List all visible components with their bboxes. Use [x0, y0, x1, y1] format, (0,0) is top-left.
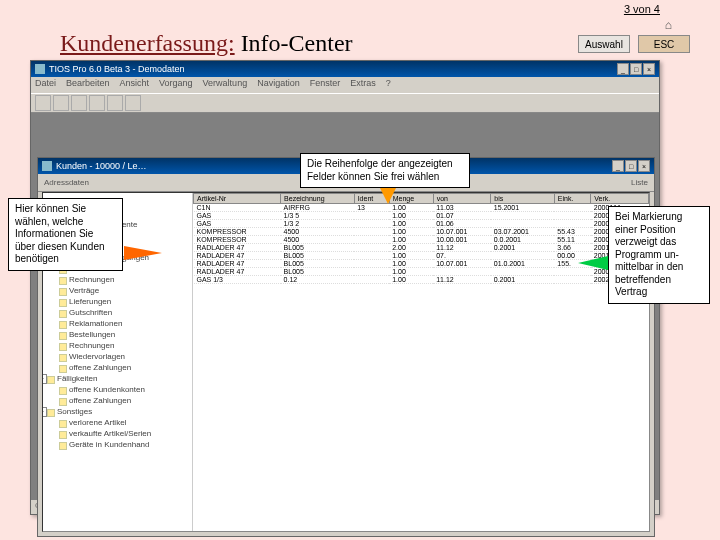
table-row[interactable]: GAS1/3 51.0001.0720001111	[194, 212, 649, 220]
menu-item[interactable]: Navigation	[257, 78, 300, 92]
child-icon	[42, 161, 52, 171]
app-icon	[35, 64, 45, 74]
tree-node[interactable]: Reklamationen	[45, 318, 190, 329]
tree-node[interactable]: Geräte in Kundenhand	[45, 439, 190, 450]
column-header[interactable]: Verk.	[591, 194, 649, 204]
callout-top: Die Reihenfolge der angezeigten Felder k…	[300, 153, 470, 188]
column-header[interactable]: Artikel-Nr	[194, 194, 281, 204]
tree-node[interactable]: Wiedervorlagen	[45, 351, 190, 362]
callout-right: Bei Markierung einer Position verzweigt …	[608, 206, 710, 304]
table-row[interactable]: GAS 1/30.121.0011.120.200120020111	[194, 276, 649, 284]
toolbar-button[interactable]	[89, 95, 105, 111]
tree-node[interactable]: Verträge	[45, 285, 190, 296]
menu-item[interactable]: ?	[386, 78, 391, 92]
child-window: Kunden - 10000 / Le… _ □ × Adressdaten L…	[37, 157, 655, 537]
toolbar-button[interactable]	[53, 95, 69, 111]
maximize-icon[interactable]: □	[625, 160, 637, 172]
tree-node[interactable]: offene Kundenkonten	[45, 384, 190, 395]
table-row[interactable]: C1NAIRFRG131.0011.0315.20012000111	[194, 204, 649, 212]
menu-item[interactable]: Bearbeiten	[66, 78, 110, 92]
minimize-icon[interactable]: _	[612, 160, 624, 172]
menu-item[interactable]: Extras	[350, 78, 376, 92]
toolbar-button[interactable]	[107, 95, 123, 111]
tree-node[interactable]: Rechnungen	[45, 274, 190, 285]
tree-node[interactable]: Gutschriften	[45, 307, 190, 318]
menu-item[interactable]: Fenster	[310, 78, 341, 92]
arrow-down-icon	[380, 188, 396, 204]
maximize-icon[interactable]: □	[630, 63, 642, 75]
tree-node[interactable]: offene Zahlungen	[45, 362, 190, 373]
home-icon[interactable]: ⌂	[665, 18, 672, 32]
app-window: TIOS Pro 6.0 Beta 3 - Demodaten _ □ × Da…	[30, 60, 660, 515]
child-title: Kunden - 10000 / Le…	[56, 161, 147, 171]
tab-adressdaten[interactable]: Adressdaten	[44, 178, 89, 187]
toolbar-button[interactable]	[71, 95, 87, 111]
tree-node[interactable]: Lieferungen	[45, 296, 190, 307]
child-content: DokumenteVerträgeDrucke/DokumenteVorgäng…	[42, 192, 650, 532]
close-icon[interactable]: ×	[643, 63, 655, 75]
page-indicator: 3 von 4	[624, 3, 660, 15]
esc-button[interactable]: ESC	[638, 35, 690, 53]
menu-item[interactable]: Vorgang	[159, 78, 193, 92]
table-row[interactable]: KOMPRESSOR45001.0010.07.00103.07.200155.…	[194, 228, 649, 236]
toolbar-button[interactable]	[35, 95, 51, 111]
toolbar-button[interactable]	[125, 95, 141, 111]
tree-node[interactable]: Fälligkeiten	[45, 373, 190, 384]
arrow-right-icon	[124, 246, 162, 260]
column-header[interactable]: Eink.	[554, 194, 590, 204]
menu-item[interactable]: Datei	[35, 78, 56, 92]
arrow-left-icon	[578, 256, 608, 270]
data-grid[interactable]: Artikel-NrBezeichnungIdentMengevonbisEin…	[193, 193, 649, 531]
column-header[interactable]: bis	[491, 194, 555, 204]
tree-node[interactable]: Sonstiges	[45, 406, 190, 417]
app-title: TIOS Pro 6.0 Beta 3 - Demodaten	[49, 64, 185, 74]
tab-liste[interactable]: Liste	[631, 178, 648, 187]
page-title: Kundenerfassung: Info-Center	[60, 30, 353, 57]
tree-node[interactable]: verlorene Artikel	[45, 417, 190, 428]
menu-item[interactable]: Ansicht	[120, 78, 150, 92]
tree-node[interactable]: verkaufte Artikel/Serien	[45, 428, 190, 439]
brand-vertical: Arkade Software	[0, 380, 2, 530]
tree-node[interactable]: offene Zahlungen	[45, 395, 190, 406]
column-header[interactable]: Bezeichnung	[281, 194, 355, 204]
app-titlebar: TIOS Pro 6.0 Beta 3 - Demodaten _ □ ×	[31, 61, 659, 77]
toolbar	[31, 93, 659, 113]
table-row[interactable]: GAS1/3 21.0001.0620001111	[194, 220, 649, 228]
menubar: DateiBearbeitenAnsichtVorgangVerwaltungN…	[31, 77, 659, 93]
tree-node[interactable]: Rechnungen	[45, 340, 190, 351]
table-row[interactable]: RADLADER 47BL0052.0011.120.20013.6620012…	[194, 244, 649, 252]
close-icon[interactable]: ×	[638, 160, 650, 172]
tree-node[interactable]: Bestellungen	[45, 329, 190, 340]
minimize-icon[interactable]: _	[617, 63, 629, 75]
column-header[interactable]: von	[433, 194, 491, 204]
menu-item[interactable]: Verwaltung	[203, 78, 248, 92]
auswahl-button[interactable]: Auswahl	[578, 35, 630, 53]
callout-left: Hier können Sie wählen, welche Informati…	[8, 198, 123, 271]
table-row[interactable]: KOMPRESSOR45001.0010.00.0010.0.200155.11…	[194, 236, 649, 244]
